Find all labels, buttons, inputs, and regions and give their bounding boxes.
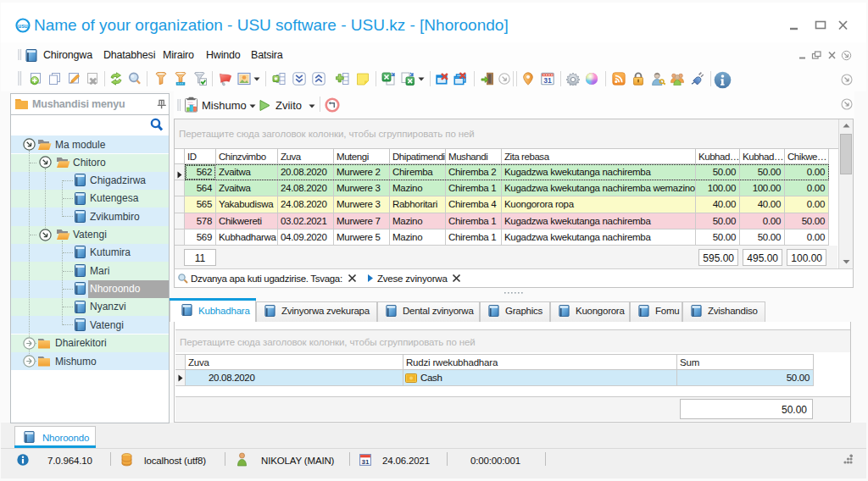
svg-text:usu: usu (18, 23, 28, 29)
svg-text:31: 31 (362, 458, 370, 466)
svg-text:31: 31 (543, 76, 552, 85)
